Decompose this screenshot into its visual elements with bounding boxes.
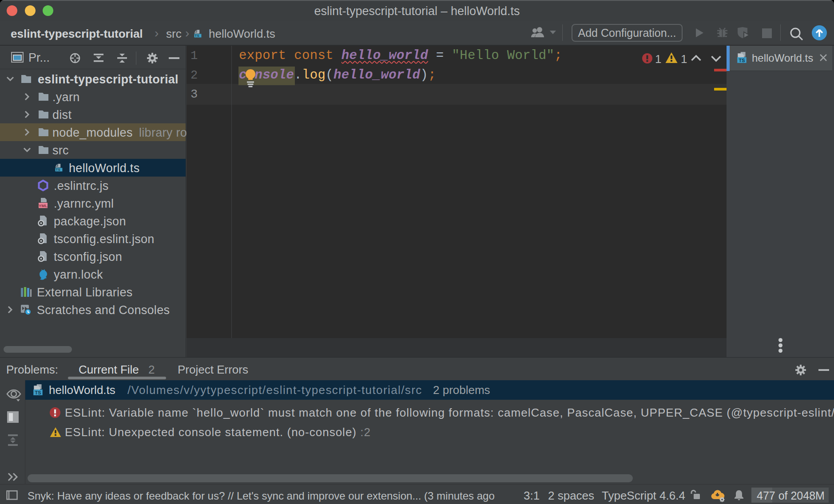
svg-text:TS: TS: [56, 168, 61, 172]
svg-text:YML: YML: [39, 203, 48, 208]
svg-text:TS: TS: [195, 34, 200, 38]
svg-text:TS: TS: [35, 390, 41, 395]
svg-text:TS: TS: [739, 58, 745, 63]
